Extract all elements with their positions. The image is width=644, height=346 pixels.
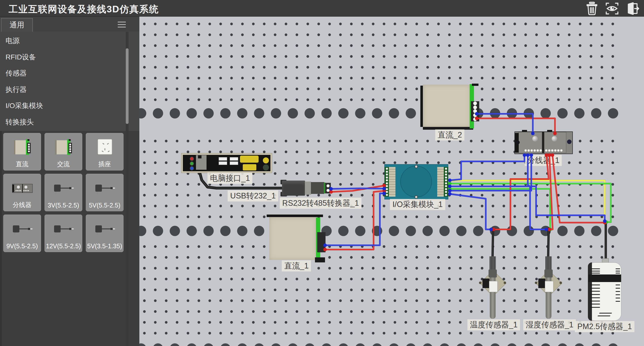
scrollbar-thumb[interactable] bbox=[126, 48, 129, 124]
workspace-canvas[interactable]: 直流_2 分线器_1 电脑接口_1 USB转232_1 RS232转485转换器… bbox=[139, 17, 644, 346]
palette-item-label: 3V(5.5-2.5) bbox=[45, 202, 82, 209]
palette-item-icon bbox=[92, 135, 117, 160]
device-label: 温度传感器_1 bbox=[467, 319, 520, 330]
palette-item-icon bbox=[10, 176, 35, 201]
palette-item-插座[interactable]: 插座 bbox=[86, 133, 124, 170]
device-pm25-sensor-1[interactable] bbox=[587, 258, 622, 321]
device-pc-interface-1[interactable] bbox=[181, 153, 272, 173]
exit-icon[interactable] bbox=[625, 2, 639, 15]
palette-item-label: 5V(5.5-2.5) bbox=[86, 202, 123, 209]
device-label: RS232转485转换器_1 bbox=[280, 198, 361, 209]
palette-item-label: 插座 bbox=[86, 160, 123, 168]
device-label: 湿度传感器_1 bbox=[523, 319, 576, 330]
device-humidity-sensor-1[interactable] bbox=[534, 256, 563, 322]
sidebar-menu-item-执行器[interactable]: 执行器 bbox=[0, 82, 125, 98]
device-dc-power-1[interactable] bbox=[267, 215, 326, 265]
top-bar: 工业互联网设备及接线3D仿真系统 bbox=[0, 0, 644, 17]
device-label: PM2.5传感器_1 bbox=[575, 321, 634, 332]
component-palette: 直流 交流 插座 分线器 3V(5.5-2.5) 5V(5.5-2.5) 9V(… bbox=[3, 133, 129, 255]
palette-item-icon bbox=[51, 176, 76, 201]
device-temperature-sensor-1[interactable] bbox=[478, 256, 507, 322]
device-label: I/O采集模块_1 bbox=[390, 199, 445, 210]
palette-item-label: 5V(3.5-1.35) bbox=[86, 243, 123, 250]
category-menu: 通用 电源RFID设备传感器执行器I/O采集模块转换接头 bbox=[0, 17, 139, 131]
palette-item-label: 交流 bbox=[45, 160, 82, 168]
palette-item-label: 12V(5.5-2.5) bbox=[45, 243, 82, 250]
palette-item-交流[interactable]: 交流 bbox=[45, 133, 82, 170]
palette-item-5V(3.5-1.35)[interactable]: 5V(3.5-1.35) bbox=[86, 215, 124, 252]
device-label: 电脑接口_1 bbox=[208, 173, 252, 184]
palette-item-12V(5.5-2.5)[interactable]: 12V(5.5-2.5) bbox=[45, 215, 82, 252]
tab-common[interactable]: 通用 bbox=[1, 18, 33, 32]
sidebar-menu-item-电源[interactable]: 电源 bbox=[0, 33, 125, 49]
device-label: 直流_2 bbox=[435, 129, 464, 141]
palette-item-icon bbox=[10, 135, 35, 160]
device-splitter-1[interactable] bbox=[514, 131, 573, 155]
palette-item-icon bbox=[51, 217, 76, 242]
device-dc-power-2[interactable] bbox=[420, 84, 479, 134]
tab-row: 通用 bbox=[0, 17, 139, 31]
device-io-module-1[interactable] bbox=[384, 164, 448, 199]
sidebar-menu-item-RFID设备[interactable]: RFID设备 bbox=[0, 49, 125, 65]
device-label: 直流_1 bbox=[282, 260, 311, 271]
palette-item-直流[interactable]: 直流 bbox=[3, 133, 41, 170]
palette-item-label: 9V(5.5-2.5) bbox=[4, 243, 41, 250]
app-title: 工业互联网设备及接线3D仿真系统 bbox=[9, 3, 159, 16]
sidebar-menu-item-转换接头[interactable]: 转换接头 bbox=[0, 114, 125, 130]
sidebar-menu-item-I/O采集模块[interactable]: I/O采集模块 bbox=[0, 98, 125, 114]
trash-icon[interactable] bbox=[585, 2, 599, 15]
palette-item-icon bbox=[51, 135, 76, 160]
palette-item-icon bbox=[92, 217, 117, 242]
palette-item-5V(5.5-2.5)[interactable]: 5V(5.5-2.5) bbox=[86, 174, 124, 211]
device-rs232-485-converter-1[interactable] bbox=[280, 179, 333, 197]
palette-item-9V(5.5-2.5)[interactable]: 9V(5.5-2.5) bbox=[3, 215, 41, 252]
view-focus-icon[interactable] bbox=[605, 2, 619, 15]
palette-item-label: 直流 bbox=[4, 160, 41, 168]
palette-item-icon bbox=[10, 217, 35, 242]
device-label: 分线器_1 bbox=[525, 155, 562, 166]
palette-item-分线器[interactable]: 分线器 bbox=[3, 174, 41, 211]
menu-list: 电源RFID设备传感器执行器I/O采集模块转换接头 bbox=[0, 33, 125, 130]
palette-item-3V(5.5-2.5)[interactable]: 3V(5.5-2.5) bbox=[45, 174, 82, 211]
sidebar-menu-item-传感器[interactable]: 传感器 bbox=[0, 65, 125, 82]
sidebar: 通用 电源RFID设备传感器执行器I/O采集模块转换接头 直流 交流 插座 分线… bbox=[0, 17, 139, 346]
palette-item-icon bbox=[92, 176, 117, 201]
palette-item-label: 分线器 bbox=[4, 201, 41, 209]
menu-icon[interactable] bbox=[118, 22, 126, 28]
device-label: USB转232_1 bbox=[228, 190, 278, 201]
